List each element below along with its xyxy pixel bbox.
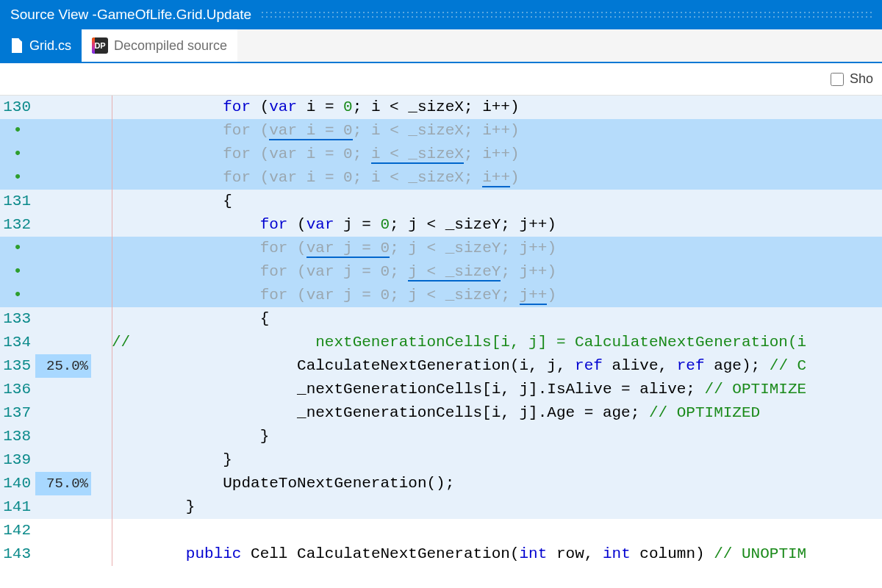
show-checkbox[interactable]: Sho (831, 71, 873, 87)
percent-value: 25.0% (35, 354, 91, 378)
tab-label: Grid.cs (29, 38, 71, 54)
dotpeek-icon: DP (92, 37, 108, 54)
comment-line[interactable]: // nextGenerationCells[i, j] = Calculate… (112, 331, 882, 354)
margin-rule (112, 96, 112, 566)
titlebar-grip[interactable] (260, 10, 872, 20)
tab-bar: Grid.cs DP Decompiled source (0, 29, 882, 63)
title-prefix: Source View - (10, 7, 97, 23)
tab-decompiled[interactable]: DP Decompiled source (82, 29, 237, 62)
title-path: GameOfLife.Grid.Update (97, 7, 251, 23)
file-icon (10, 38, 24, 53)
code-line-expansion: • for (var i = 0; i < _sizeX; i++) (0, 143, 882, 166)
tab-label: Decompiled source (114, 38, 227, 54)
code-line-expansion: • for (var i = 0; i < _sizeX; i++) (0, 166, 882, 190)
toolbar: Sho (0, 63, 882, 96)
window-titlebar: Source View - GameOfLife.Grid.Update (0, 0, 882, 29)
expansion-dot: • (0, 119, 35, 143)
line-number: 130 (0, 96, 35, 119)
code-line-expansion: • for (var i = 0; i < _sizeX; i++) (0, 119, 882, 143)
show-checkbox-label: Sho (850, 71, 873, 87)
percent-value: 75.0% (35, 472, 91, 495)
show-checkbox-input[interactable] (831, 73, 844, 86)
tab-grid-cs[interactable]: Grid.cs (0, 29, 82, 62)
code-editor[interactable]: 130 for (var i = 0; i < _sizeX; i++) • f… (0, 96, 882, 566)
code-line: 130 for (var i = 0; i < _sizeX; i++) (0, 96, 882, 119)
